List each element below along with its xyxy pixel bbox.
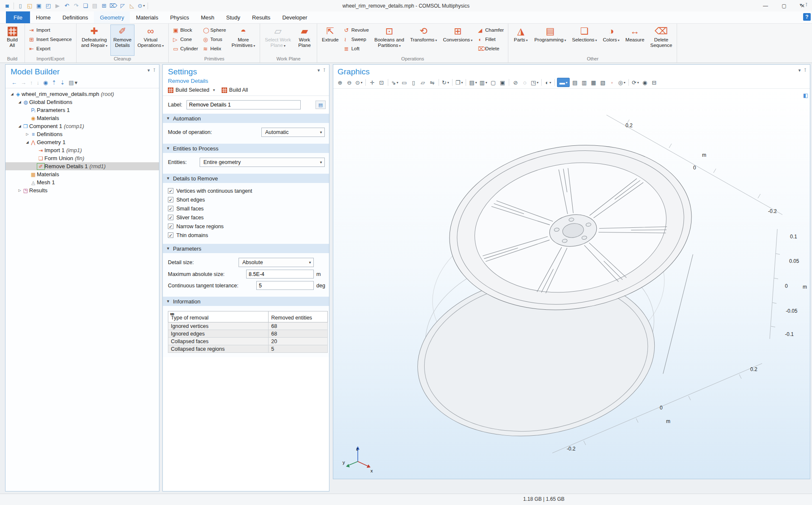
- tree-node-wheel-rim-remove-details-mph[interactable]: ◢◈wheel_rim_remove_details.mph(root): [5, 90, 159, 98]
- helix-button[interactable]: ≋Helix: [201, 44, 228, 53]
- zoom-extents-button[interactable]: ⊙▾: [354, 78, 363, 87]
- show-selection-colors-button[interactable]: ▦: [589, 78, 598, 87]
- model-tree-node-text-icon[interactable]: ▤▾: [69, 79, 77, 86]
- fillet-button[interactable]: ◖Fillet: [476, 35, 505, 44]
- paste-icon[interactable]: ▤: [90, 2, 99, 10]
- build-selected-button[interactable]: Build Selected ▼: [168, 87, 216, 93]
- menu-tab-definitions[interactable]: Definitions: [57, 11, 94, 23]
- panel-menu-icon[interactable]: ▾: [148, 68, 150, 73]
- zoom-box-button[interactable]: ⊡: [377, 78, 386, 87]
- reset-hidden-objects-button[interactable]: ⟳▾: [631, 78, 640, 87]
- expand-all-icon[interactable]: ⇣: [60, 79, 65, 86]
- rotate-view-button[interactable]: ↻▾: [441, 78, 450, 87]
- new-file-icon[interactable]: ▯: [16, 2, 25, 10]
- select-box-button[interactable]: ▣: [498, 78, 507, 87]
- menu-tab-developer[interactable]: Developer: [276, 11, 313, 23]
- flip-view-button[interactable]: ⇋: [428, 78, 436, 87]
- colors-button[interactable]: ◑Colors▾: [600, 25, 623, 56]
- checkbox-small-faces[interactable]: ✓Small faces: [168, 204, 325, 213]
- undo-icon[interactable]: ↶: [62, 2, 71, 10]
- tree-collapse-arrow[interactable]: ◢: [17, 100, 22, 104]
- open-file-icon[interactable]: ◱: [25, 2, 34, 10]
- build-all-button[interactable]: Build All: [222, 87, 248, 93]
- duplicate-icon[interactable]: ⊞: [99, 2, 109, 10]
- tree-node-geometry-1[interactable]: ◢⋀Geometry 1: [5, 138, 159, 146]
- torus-button[interactable]: ◎Torus: [201, 35, 228, 44]
- entities-select[interactable]: Entire geometry ▼: [200, 158, 325, 167]
- virtual-operations-button[interactable]: ∞VirtualOperations▾: [134, 25, 167, 56]
- forward-icon[interactable]: →: [21, 79, 26, 86]
- menu-tab-study[interactable]: Study: [220, 11, 246, 23]
- menu-tab-materials[interactable]: Materials: [130, 11, 164, 23]
- selections-button[interactable]: ❏Selections▾: [569, 25, 600, 56]
- import-button[interactable]: ⇥Import: [27, 25, 74, 35]
- deselect-button[interactable]: ⊘: [511, 78, 520, 87]
- tree-node-definitions[interactable]: ▷≡Definitions: [5, 130, 159, 138]
- cone-button[interactable]: ▷Cone: [171, 35, 200, 44]
- pin-icon[interactable]: ⊺: [153, 68, 156, 73]
- pan-button[interactable]: ✛: [368, 78, 376, 87]
- named-selection-button[interactable]: ▤: [315, 101, 326, 109]
- loft-button[interactable]: ≣Loft: [343, 44, 371, 53]
- detail-size-select[interactable]: Absolute ▼: [239, 258, 314, 267]
- chamfer-button[interactable]: ◢Chamfer: [476, 25, 505, 35]
- back-icon[interactable]: ←: [11, 79, 17, 86]
- sweep-button[interactable]: ≀Sweep: [343, 35, 371, 44]
- tree-node-mesh-1[interactable]: ◬Mesh 1: [5, 178, 159, 186]
- help-button[interactable]: ?: [803, 13, 811, 21]
- menu-tab-results[interactable]: Results: [246, 11, 276, 23]
- delete-sequence-button[interactable]: ⌫DeleteSequence: [647, 25, 675, 56]
- tree-node-global-definitions[interactable]: ◢◍Global Definitions: [5, 98, 159, 106]
- zoom-in-button[interactable]: ⊕: [336, 78, 344, 87]
- copy-icon[interactable]: ❏: [81, 2, 90, 10]
- select-work-plane-button[interactable]: ▱Select WorkPlane▾: [262, 25, 294, 56]
- section-information[interactable]: ▼ Information: [163, 297, 329, 306]
- image-snapshot-button[interactable]: ▤▾: [468, 78, 477, 87]
- defeaturing-and-repair-button[interactable]: ✚Defeaturingand Repair▾: [78, 25, 110, 56]
- select-entities-button[interactable]: ▢: [489, 78, 497, 87]
- view-along-z-button[interactable]: ▱: [419, 78, 427, 87]
- tree-node-parameters-1[interactable]: PᵢParameters 1: [5, 106, 159, 114]
- save-icon[interactable]: ▣: [34, 2, 44, 10]
- programming-button[interactable]: ▤Programming▾: [531, 25, 569, 56]
- information-table-row[interactable]: Ignored vertices68: [168, 322, 328, 330]
- build-all-button[interactable]: BuildAll: [2, 25, 23, 56]
- show-grid-button[interactable]: ▤: [571, 78, 579, 87]
- tree-node-remove-details-1[interactable]: ✐Remove Details 1(rmd1): [5, 162, 159, 170]
- menu-tab-file[interactable]: File: [6, 11, 30, 23]
- menu-tab-home[interactable]: Home: [30, 11, 57, 23]
- max-absolute-size-input[interactable]: [246, 270, 314, 278]
- label-input[interactable]: [187, 100, 301, 109]
- tree-expand-arrow[interactable]: ▷: [25, 132, 30, 136]
- mode-of-operation-select[interactable]: Automatic ▼: [261, 128, 325, 137]
- tree-collapse-arrow[interactable]: ◢: [17, 124, 22, 128]
- section-entities-to-process[interactable]: ▼ Entities to Process: [163, 144, 329, 153]
- information-table-row[interactable]: Collapsed face regions5: [168, 345, 328, 353]
- annotations-button[interactable]: ◳▾: [530, 78, 539, 87]
- show-physics-symbols-button[interactable]: ▧: [598, 78, 607, 87]
- extrude-button[interactable]: ⇱Extrude: [319, 25, 342, 56]
- checkbox-thin-domains[interactable]: ✓Thin domains: [168, 231, 325, 240]
- print-button[interactable]: ⊟: [650, 78, 658, 87]
- show-icon[interactable]: ◉: [43, 79, 48, 86]
- move-up-icon[interactable]: ↑: [30, 79, 33, 86]
- booleans-and-partitions-button[interactable]: ⊡Booleans andPartitions▾: [371, 25, 407, 56]
- checkbox-short-edges[interactable]: ✓Short edges: [168, 195, 325, 204]
- pin-icon[interactable]: ⊺: [805, 2, 808, 8]
- section-parameters[interactable]: ▼ Parameters: [163, 244, 329, 253]
- tree-node-results[interactable]: ▷◳Results: [5, 186, 159, 194]
- tree-collapse-arrow[interactable]: ◢: [10, 92, 14, 96]
- run-icon[interactable]: ▶: [53, 2, 62, 10]
- tree-node-form-union[interactable]: ❏Form Union(fin): [5, 154, 159, 162]
- app-logo-icon[interactable]: ◙: [3, 2, 12, 10]
- tree-collapse-arrow[interactable]: ◢: [25, 140, 30, 144]
- settings-node-link[interactable]: Remove Details: [163, 76, 329, 84]
- show-material-color-button[interactable]: ▥: [580, 78, 588, 87]
- conversions-button[interactable]: ⊞Conversions▾: [440, 25, 475, 56]
- continuous-tangent-tolerance-input[interactable]: [256, 281, 314, 290]
- delete-button[interactable]: ⌦Delete: [476, 44, 505, 53]
- scene-layers-button[interactable]: ❐▾: [455, 78, 464, 87]
- wireframe-rendering-toggle-button[interactable]: ▬▾: [557, 78, 570, 87]
- section-automation[interactable]: ▼ Automation: [163, 114, 329, 123]
- menu-tab-geometry[interactable]: Geometry: [94, 11, 130, 23]
